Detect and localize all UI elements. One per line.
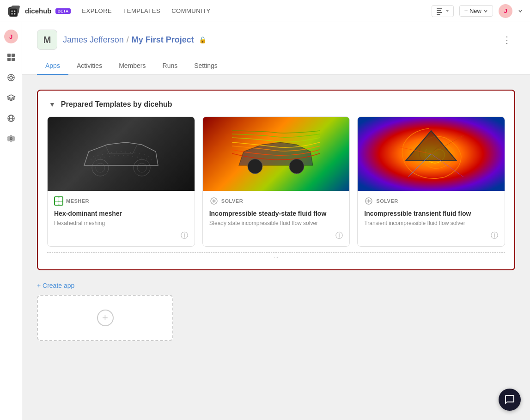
- nav-explore[interactable]: EXPLORE: [82, 7, 112, 14]
- collapse-button[interactable]: ▼: [47, 100, 57, 109]
- svg-rect-10: [437, 14, 440, 15]
- svg-point-58: [213, 200, 215, 202]
- navbar: dicehub BETA EXPLORE TEMPLATES COMMUNITY…: [0, 0, 530, 22]
- svg-point-5: [12, 13, 13, 14]
- tab-apps[interactable]: Apps: [37, 57, 68, 75]
- svg-point-54: [151, 159, 152, 160]
- logo-text: dicehub: [25, 7, 52, 15]
- svg-point-48: [123, 155, 124, 156]
- svg-rect-13: [7, 58, 11, 61]
- svg-point-50: [132, 156, 133, 157]
- chat-button[interactable]: [499, 389, 521, 411]
- svg-point-34: [121, 151, 122, 152]
- card-incompressible-steady[interactable]: SOLVER Incompressible steady-state fluid…: [202, 116, 350, 247]
- svg-point-39: [144, 154, 145, 155]
- svg-point-16: [10, 76, 12, 79]
- sidebar-item-settings[interactable]: [5, 132, 18, 145]
- user-chevron-icon: [518, 9, 523, 13]
- svg-point-41: [91, 159, 91, 160]
- sidebar-item-apps[interactable]: [5, 71, 18, 84]
- templates-section: ▼ Prepared Templates by dicehub: [37, 90, 515, 270]
- svg-point-65: [368, 200, 370, 202]
- svg-rect-11: [7, 54, 11, 57]
- nav-community[interactable]: COMMUNITY: [171, 7, 211, 14]
- mesher-type-icon: [54, 196, 63, 206]
- svg-rect-12: [12, 54, 15, 57]
- card-type-row-solver2: SOLVER: [364, 196, 498, 206]
- card-body-solver1: SOLVER Incompressible steady-state fluid…: [203, 191, 350, 246]
- sidebar: J: [0, 22, 22, 420]
- sidebar-item-layers[interactable]: [5, 91, 18, 104]
- page-body: ▼ Prepared Templates by dicehub: [22, 75, 530, 356]
- svg-point-43: [100, 158, 101, 158]
- svg-point-35: [125, 152, 126, 152]
- svg-point-44: [104, 157, 105, 158]
- new-chevron-icon: [483, 9, 488, 13]
- svg-point-42: [95, 158, 96, 159]
- notes-button[interactable]: [432, 5, 454, 17]
- beta-badge: BETA: [55, 8, 71, 14]
- card-type-label-solver2: SOLVER: [376, 198, 398, 204]
- project-badge: M: [37, 30, 57, 50]
- logo-icon: [7, 4, 22, 18]
- notes-icon: [436, 7, 443, 15]
- svg-point-37: [134, 152, 135, 153]
- scroll-indicator: ···: [47, 252, 505, 260]
- new-button[interactable]: + New: [459, 5, 493, 17]
- templates-cards-grid: MESHER Hex-dominant mesher Hexahedral me…: [47, 116, 505, 247]
- svg-point-4: [14, 10, 16, 12]
- chat-icon: [504, 394, 515, 405]
- svg-point-28: [93, 156, 94, 157]
- card-desc-solver2: Transient incompressible fluid flow solv…: [364, 219, 498, 227]
- sidebar-item-projects[interactable]: [5, 51, 18, 64]
- tab-activities[interactable]: Activities: [68, 57, 110, 75]
- nav-templates[interactable]: TEMPLATES: [123, 7, 160, 14]
- nav-links: EXPLORE TEMPLATES COMMUNITY: [82, 7, 431, 14]
- card-image-solver1: [203, 117, 350, 191]
- templates-header: ▼ Prepared Templates by dicehub: [47, 100, 505, 109]
- create-app-link[interactable]: + Create app: [37, 282, 74, 289]
- breadcrumb-project[interactable]: My First Project: [132, 35, 194, 45]
- card-hex-mesher[interactable]: MESHER Hex-dominant mesher Hexahedral me…: [47, 116, 195, 247]
- sidebar-item-globe[interactable]: [5, 112, 18, 125]
- card-footer-solver2: ⓘ: [364, 231, 498, 241]
- svg-point-53: [146, 158, 147, 159]
- plus-icon: +: [97, 310, 114, 326]
- breadcrumb-owner[interactable]: James Jefferson: [63, 35, 124, 45]
- tab-members[interactable]: Members: [110, 57, 154, 75]
- svg-point-32: [111, 152, 112, 153]
- svg-point-25: [96, 163, 105, 172]
- logo[interactable]: dicehub BETA: [7, 4, 71, 18]
- solver2-type-icon: [364, 196, 373, 206]
- svg-point-26: [134, 159, 150, 176]
- tab-runs[interactable]: Runs: [154, 57, 186, 75]
- card-incompressible-transient[interactable]: SOLVER Incompressible transient fluid fl…: [357, 116, 505, 247]
- svg-point-27: [137, 163, 146, 172]
- project-header: M James Jefferson / My First Project 🔒 ⋮…: [22, 22, 530, 75]
- card-desc-mesher: Hexahedral meshing: [54, 219, 188, 227]
- card-body-solver2: SOLVER Incompressible transient fluid fl…: [358, 191, 505, 246]
- svg-rect-7: [437, 8, 442, 9]
- info-button-solver2[interactable]: ⓘ: [491, 231, 498, 241]
- project-tabs: Apps Activities Members Runs Settings: [37, 57, 515, 74]
- create-app-section: + Create app +: [37, 281, 515, 341]
- svg-rect-8: [437, 10, 441, 11]
- sidebar-avatar[interactable]: J: [4, 30, 18, 43]
- info-button-solver1[interactable]: ⓘ: [335, 231, 343, 241]
- card-type-label-mesher: MESHER: [66, 198, 89, 204]
- svg-point-56: [289, 159, 304, 174]
- lock-icon: 🔒: [199, 36, 207, 43]
- svg-point-31: [107, 153, 108, 154]
- svg-point-47: [118, 155, 119, 156]
- notes-chevron-icon: [445, 9, 450, 13]
- svg-point-6: [14, 13, 16, 14]
- create-app-dashed-card[interactable]: +: [37, 295, 173, 341]
- user-avatar[interactable]: J: [499, 4, 512, 18]
- info-button-mesher[interactable]: ⓘ: [181, 231, 188, 241]
- more-options-button[interactable]: ⋮: [499, 32, 515, 47]
- card-footer-solver1: ⓘ: [209, 231, 343, 241]
- card-title-solver1: Incompressible steady-state fluid flow: [209, 209, 343, 218]
- svg-rect-9: [437, 12, 442, 13]
- svg-point-33: [116, 152, 117, 152]
- tab-settings[interactable]: Settings: [186, 57, 226, 75]
